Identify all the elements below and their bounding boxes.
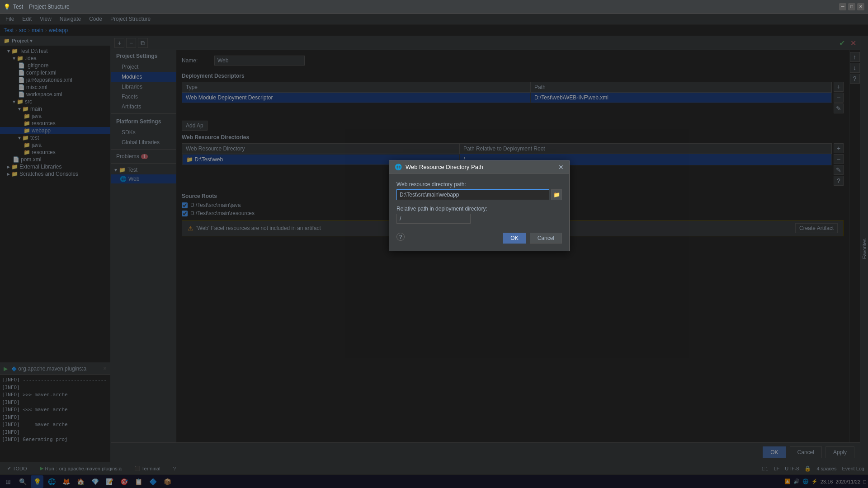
dialog-overlay: 🌐 Web Resource Directory Path ✕ Web reso… — [0, 14, 868, 488]
path-field: Web resource directory path: 📁 — [396, 181, 562, 200]
path-label: Web resource directory path: — [396, 181, 562, 188]
dialog-title: 🌐 Web Resource Directory Path — [395, 164, 483, 170]
web-resource-dialog: 🌐 Web Resource Directory Path ✕ Web reso… — [389, 160, 570, 251]
dialog-buttons: ? OK Cancel — [396, 229, 562, 244]
window-title: Test – Project Structure — [13, 4, 70, 10]
dialog-body: Web resource directory path: 📁 Relative … — [389, 174, 569, 251]
dialog-help-button[interactable]: ? — [396, 233, 405, 241]
app-icon: 💡 — [4, 4, 10, 10]
dialog-cancel-button[interactable]: Cancel — [530, 233, 562, 244]
title-bar: 💡 Test – Project Structure ─ □ ✕ — [0, 0, 868, 14]
relative-path-label: Relative path in deployment directory: — [396, 206, 562, 212]
dialog-close-button[interactable]: ✕ — [558, 164, 564, 171]
minimize-button[interactable]: ─ — [839, 3, 846, 10]
title-bar-controls: ─ □ ✕ — [839, 3, 864, 10]
title-bar-left: 💡 Test – Project Structure — [4, 4, 70, 10]
close-button[interactable]: ✕ — [857, 3, 864, 10]
relative-path-input[interactable] — [396, 214, 471, 224]
dialog-title-bar: 🌐 Web Resource Directory Path ✕ — [389, 161, 569, 174]
dialog-title-icon: 🌐 — [395, 164, 402, 170]
path-input[interactable] — [396, 189, 549, 200]
relative-path-field: Relative path in deployment directory: — [396, 206, 562, 224]
browse-button[interactable]: 📁 — [551, 189, 562, 200]
dialog-ok-button[interactable]: OK — [503, 233, 526, 244]
maximize-button[interactable]: □ — [848, 3, 855, 10]
